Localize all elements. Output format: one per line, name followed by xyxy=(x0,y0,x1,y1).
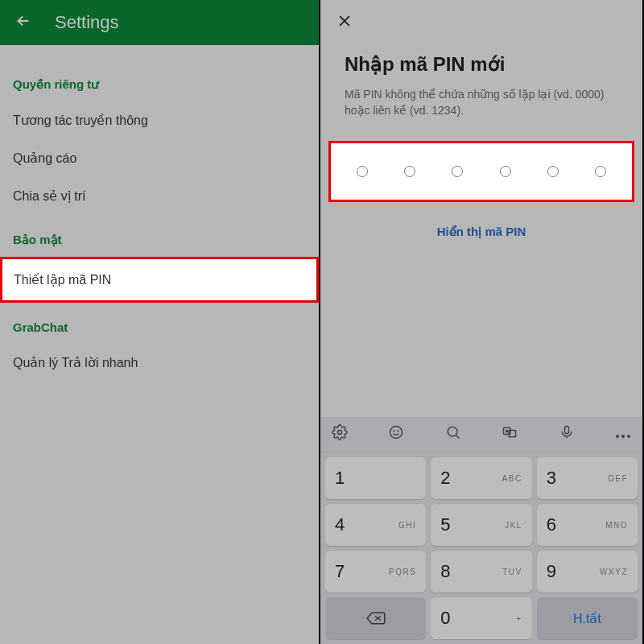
settings-list: Quyền riêng tư Tương tác truyền thông Qu… xyxy=(0,45,319,396)
key-9[interactable]: 9WXYZ xyxy=(537,551,638,592)
key-6[interactable]: 6MNO xyxy=(537,504,638,546)
show-pin-link[interactable]: Hiển thị mã PIN xyxy=(320,225,642,239)
list-item[interactable]: Quản lý Trả lời nhanh xyxy=(0,344,319,382)
back-arrow-icon[interactable] xyxy=(14,12,32,33)
svg-point-10 xyxy=(627,435,630,438)
pin-entry-screen: Nhập mã PIN mới Mã PIN không thể chứa nh… xyxy=(320,0,642,644)
list-item[interactable]: Chia sẻ vị trí xyxy=(0,177,319,215)
section-header-grabchat: GrabChat xyxy=(0,303,319,344)
key-4[interactable]: 4GHI xyxy=(325,504,426,546)
key-backspace[interactable] xyxy=(325,597,426,639)
numeric-keyboard: 1 2ABC 3DEF 4GHI 5JKL 6MNO 7PQRS 8TUV 9W… xyxy=(320,417,642,644)
emoji-icon[interactable] xyxy=(388,424,404,444)
svg-point-0 xyxy=(338,431,342,435)
pin-dot xyxy=(404,166,415,177)
gear-icon[interactable] xyxy=(332,424,348,444)
pin-input[interactable] xyxy=(328,141,634,202)
keyboard-toolbar xyxy=(320,417,642,452)
pin-dot xyxy=(452,166,463,177)
list-item[interactable]: Quảng cáo xyxy=(0,139,319,177)
key-0[interactable]: 0+ xyxy=(431,597,531,639)
key-7[interactable]: 7PQRS xyxy=(325,551,426,592)
section-header-privacy: Quyền riêng tư xyxy=(0,60,319,101)
app-bar: Settings xyxy=(0,0,319,45)
pin-dot xyxy=(547,166,559,177)
settings-screen: Settings Quyền riêng tư Tương tác truyền… xyxy=(0,0,320,644)
key-2[interactable]: 2ABC xyxy=(431,457,531,499)
key-done[interactable]: H.tất xyxy=(537,597,638,639)
close-icon[interactable] xyxy=(336,11,353,34)
more-icon[interactable] xyxy=(615,426,631,443)
list-item[interactable]: Tương tác truyền thông xyxy=(0,101,319,139)
key-5[interactable]: 5JKL xyxy=(431,504,531,546)
pin-title: Nhập mã PIN mới xyxy=(345,53,618,76)
mic-icon[interactable] xyxy=(559,424,575,444)
pin-dot xyxy=(500,166,511,177)
svg-point-1 xyxy=(390,427,402,439)
key-8[interactable]: 8TUV xyxy=(431,551,531,592)
svg-point-2 xyxy=(394,431,394,431)
keypad-grid: 1 2ABC 3DEF 4GHI 5JKL 6MNO 7PQRS 8TUV 9W… xyxy=(320,452,642,644)
list-item-setup-pin[interactable]: Thiết lập mã PIN xyxy=(0,257,319,303)
section-header-security: Bảo mật xyxy=(0,215,319,257)
page-title: Settings xyxy=(55,12,119,33)
key-3[interactable]: 3DEF xyxy=(537,457,638,499)
key-1[interactable]: 1 xyxy=(325,457,426,499)
svg-point-8 xyxy=(616,435,619,438)
translate-icon[interactable] xyxy=(502,424,518,444)
search-icon[interactable] xyxy=(445,424,461,444)
pin-dot xyxy=(595,166,606,177)
svg-point-9 xyxy=(621,435,625,438)
svg-rect-7 xyxy=(564,427,568,434)
svg-point-4 xyxy=(448,427,457,436)
pin-dot xyxy=(357,166,368,177)
top-bar xyxy=(320,0,642,45)
pin-hint: Mã PIN không thể chứa những số lặp lại (… xyxy=(345,87,618,118)
svg-point-3 xyxy=(398,431,398,431)
